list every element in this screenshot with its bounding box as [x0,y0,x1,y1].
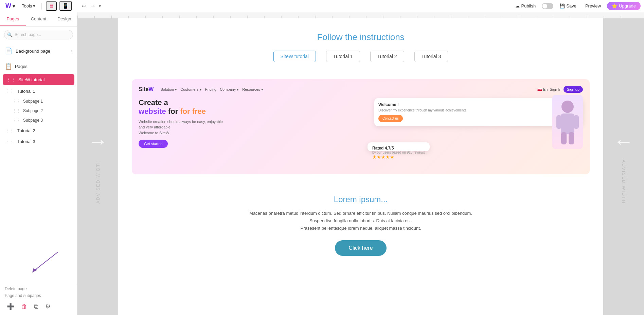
sitew-contact-button[interactable]: Contact us [378,115,403,122]
search-page-wrap: 🔍 [4,30,73,39]
tools-button[interactable]: Tools ▾ [20,3,37,9]
background-page-item[interactable]: 📄 Background page › [0,43,77,59]
search-page-box: 🔍 [0,27,77,43]
subpage-drag-handle-2: ⋮⋮ [12,108,20,113]
page-tab-tutorial-2[interactable]: Tutorial 2 [370,51,404,62]
topbar: W ▾ Tools ▾ 🖥 📱 ↩ ↪ ▾ ☁ Publish 💾 Save P… [0,0,644,12]
subpage-drag-handle: ⋮⋮ [12,99,20,104]
sitew-nav-link-company: Company ▾ [220,87,239,92]
mobile-device-button[interactable]: 📱 [59,1,72,11]
section-lorem: Lorem ipsum... Macenas pharetra metud in… [118,185,603,266]
upgrade-button[interactable]: ⭐ Upgrade [607,2,641,10]
arrow-right-icon: → [88,129,108,153]
sitew-nav-links: Solution ▾ Customers ▾ Pricing Company ▾… [160,87,533,92]
subpage-row-1[interactable]: ⋮⋮ Subpage 1 [0,97,77,106]
svg-rect-37 [561,113,574,134]
svg-rect-39 [574,115,579,129]
click-here-button[interactable]: Click here [335,240,386,256]
svg-rect-38 [556,115,561,129]
publish-toggle[interactable] [542,3,553,9]
page-section-title: Follow the instructions [125,32,596,42]
background-page-left: 📄 Background page [5,47,50,55]
desktop-device-button[interactable]: 🖥 [46,1,57,11]
topbar-right: ☁ Publish 💾 Save Preview ⭐ Upgrade [513,2,641,10]
sitew-welcome-sub: Discover my experience through my variou… [378,108,579,112]
subpage-name-1: Subpage 1 [23,99,43,104]
delete-page-button[interactable]: 🗑 [19,301,29,312]
advised-width-left-label: Advised width [95,160,101,204]
upgrade-label: Upgrade [619,3,636,8]
save-label: Save [566,3,576,8]
drag-handle-icon: ⋮⋮ [5,128,14,133]
sitew-nav-link-customers: Customers ▾ [180,87,201,92]
page-row-sitew-tutorial[interactable]: ⋮⋮ SiteW tutorial [3,74,74,85]
tab-design[interactable]: Design [51,12,77,26]
right-ghost-area: ← Advised width [603,18,644,315]
save-button[interactable]: 💾 Save [557,2,579,10]
add-page-button[interactable]: ➕ [5,301,16,312]
toggle-knob [542,4,547,8]
lorem-title: Lorem ipsum... [125,195,596,204]
logo-button[interactable]: W ▾ [3,2,17,10]
page-row-tutorial-2[interactable]: ⋮⋮ Tutorial 2 [0,125,77,136]
subpage-row-3[interactable]: ⋮⋮ Subpage 3 [0,116,77,125]
sitew-signup-button[interactable]: Sign up [564,86,583,93]
person-svg [556,98,579,146]
page-tabs-row: SiteW tutorial Tutorial 1 Tutorial 2 Tut… [125,51,596,62]
sidebar-tabs: Pages Content Design [0,12,77,27]
lorem-body: Macenas pharetra metud interdum dictum. … [242,210,480,232]
drag-handle-icon: ⋮⋮ [6,77,16,82]
sitew-hero-right-area: Traffic Welcome ! Discover my experience… [364,98,583,148]
sidebar: Pages Content Design 🔍 📄 Background page… [0,12,77,315]
subpage-row-2[interactable]: ⋮⋮ Subpage 2 [0,106,77,116]
tools-label: Tools [22,3,32,8]
page-tab-tutorial-1[interactable]: Tutorial 1 [326,51,360,62]
page-item-tutorial-1: ⋮⋮ Tutorial 1 ⋮⋮ Subpage 1 ⋮⋮ Subpage 2 … [0,86,77,125]
sitew-nav-link-pricing: Pricing [205,87,217,92]
publish-label: Publish [521,3,536,8]
sitew-logo: SiteW [139,86,154,92]
canvas-viewport: → Advised width ← Advised width Follow t… [77,18,644,315]
svg-line-0 [34,252,58,271]
publish-button[interactable]: ☁ Publish [513,2,539,10]
duplicate-page-button[interactable]: ⧉ [32,301,40,312]
pages-header: 📋 Pages [0,59,77,73]
sitew-nav-link-resources: Resources ▾ [242,87,263,92]
undo-button[interactable]: ↩ [80,2,88,10]
hero-purple-text: website [139,107,166,116]
tab-pages[interactable]: Pages [0,12,26,26]
section-instructions: Follow the instructions SiteW tutorial T… [118,18,603,79]
page-row-tutorial-1[interactable]: ⋮⋮ Tutorial 1 [0,86,77,97]
page-settings-button[interactable]: ⚙ [43,301,53,312]
hero-line2: website for for free [139,107,357,116]
search-icon: 🔍 [7,32,13,37]
page-tab-sitew-tutorial[interactable]: SiteW tutorial [273,51,316,62]
sitew-hero: Create a website for for free Website cr… [139,98,583,148]
canvas-area: → Advised width ← Advised width Follow t… [77,12,644,315]
sitew-preview-card: SiteW Solution ▾ Customers ▾ Pricing Com… [132,79,590,174]
page-tab-tutorial-3[interactable]: Tutorial 3 [414,51,448,62]
page-row-tutorial-3[interactable]: ⋮⋮ Tutorial 3 [0,136,77,147]
redo-button[interactable]: ↪ [89,2,96,10]
pages-icon: 📋 [5,63,12,70]
sitew-nav: SiteW Solution ▾ Customers ▾ Pricing Com… [139,86,583,93]
sidebar-bottom: Delete page Page and subpages ➕ 🗑 ⧉ ⚙ [0,283,77,315]
advised-width-right-label: Advised width [621,160,626,204]
search-page-input[interactable] [4,30,73,39]
sitew-rating-card: Rated 4.7/5 by our users based on 915 re… [368,142,430,151]
more-history-button[interactable]: ▾ [97,3,103,10]
topbar-left: W ▾ Tools ▾ 🖥 📱 ↩ ↪ ▾ [3,1,509,11]
page-name-tutorial-3: Tutorial 3 [17,139,35,144]
sitew-welcome-card: Welcome ! Discover my experience through… [374,98,583,126]
main-layout: Pages Content Design 🔍 📄 Background page… [0,12,644,315]
sitew-stars: ★★★★★ [372,154,425,160]
sitew-getstarted-button[interactable]: Get started [139,140,168,148]
chevron-right-icon: › [71,48,72,54]
page-canvas: Follow the instructions SiteW tutorial T… [118,18,603,315]
tab-content[interactable]: Content [26,12,52,26]
preview-button[interactable]: Preview [583,2,604,10]
subpage-name-2: Subpage 2 [23,108,43,113]
page-item-sitew-tutorial: ⋮⋮ SiteW tutorial [0,74,77,85]
sitew-hero-sub: Website creation should always be easy, … [139,119,357,136]
hero-orange-text: for free [180,107,206,116]
